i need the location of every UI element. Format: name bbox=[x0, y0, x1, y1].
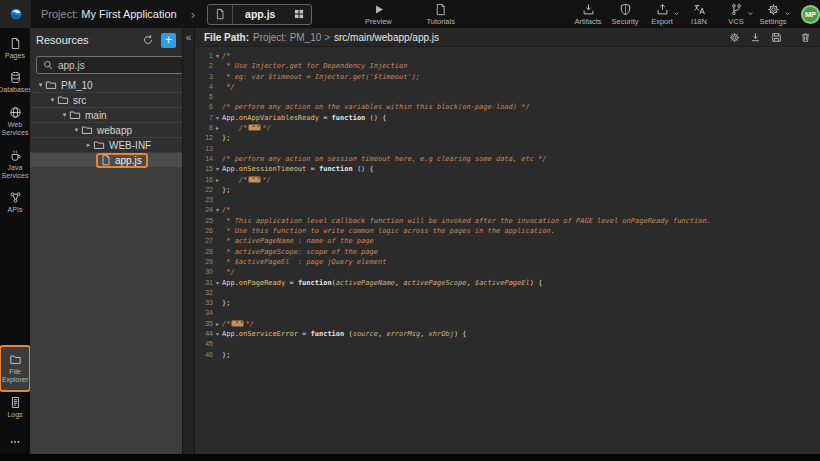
trash-icon[interactable] bbox=[800, 32, 811, 43]
preview-label: Preview bbox=[365, 18, 392, 26]
fold-gutter-spacer bbox=[213, 102, 222, 112]
tree-item-app-js[interactable]: app.js bbox=[30, 153, 182, 168]
tree-collapse-arrow-icon[interactable]: ▸ bbox=[84, 141, 93, 149]
gear-icon[interactable] bbox=[729, 32, 740, 43]
fold-toggle-icon[interactable]: ▾ bbox=[213, 51, 222, 61]
code-text: App.onAppVariablesReady = function () { bbox=[222, 113, 820, 123]
code-area[interactable]: 1▾/*2 * Use Injector.get for Dependency … bbox=[195, 47, 820, 454]
tree-expand-arrow-icon[interactable]: ▾ bbox=[36, 81, 45, 89]
fold-toggle-icon[interactable]: ▸ bbox=[213, 123, 222, 133]
code-text: /**/ bbox=[222, 319, 820, 329]
refresh-icon[interactable] bbox=[142, 34, 154, 46]
save-icon[interactable] bbox=[771, 32, 782, 43]
tree-expand-arrow-icon[interactable]: ▾ bbox=[72, 126, 81, 134]
fold-gutter-spacer bbox=[213, 216, 222, 226]
topbar-action-vcs[interactable]: VCS bbox=[722, 3, 750, 26]
code-token: xhrObj bbox=[429, 330, 454, 338]
resources-search-row bbox=[30, 52, 182, 78]
collapse-panel-icon[interactable]: « bbox=[183, 28, 194, 43]
resources-title: Resources bbox=[36, 34, 135, 46]
code-token: errorMsg bbox=[386, 330, 420, 338]
collapsed-code-marker[interactable] bbox=[248, 124, 261, 131]
preview-button[interactable]: Preview bbox=[364, 3, 392, 26]
topbar-action-artifacts[interactable]: Artifacts bbox=[574, 3, 602, 26]
fold-gutter-spacer bbox=[213, 195, 222, 205]
fold-toggle-icon[interactable]: ▾ bbox=[213, 278, 222, 288]
code-text: * $activePageEl : page jQuery element bbox=[222, 257, 820, 267]
tree-item-pm-10[interactable]: ▾PM_10 bbox=[30, 78, 182, 93]
code-token: , bbox=[466, 279, 474, 287]
line-number: 29 bbox=[195, 257, 213, 267]
topbar-action-export[interactable]: Export bbox=[648, 3, 676, 26]
fold-toggle-icon[interactable]: ▸ bbox=[213, 319, 222, 329]
code-token: onServiceError bbox=[239, 330, 298, 338]
search-input[interactable] bbox=[58, 60, 190, 71]
line-number: 25 bbox=[195, 216, 213, 226]
file-path-value: src/main/webapp/app.js bbox=[334, 32, 439, 43]
code-token: ) { bbox=[454, 330, 467, 338]
download-icon[interactable] bbox=[750, 32, 761, 43]
code-token: , bbox=[395, 279, 403, 287]
grid-menu-icon[interactable] bbox=[287, 5, 311, 24]
fold-toggle-icon[interactable]: ▸ bbox=[213, 175, 222, 185]
tree-item-web-inf[interactable]: ▸WEB-INF bbox=[30, 138, 182, 153]
code-line: 31▾App.onPageReady = function(activePage… bbox=[195, 278, 820, 288]
code-line: 32 bbox=[195, 288, 820, 298]
topbar-action-i18n[interactable]: I18N bbox=[685, 3, 713, 26]
fold-toggle-icon[interactable]: ▾ bbox=[213, 205, 222, 215]
code-line: 45 bbox=[195, 339, 820, 349]
topbar-action-settings[interactable]: Settings bbox=[759, 3, 787, 26]
i18n-translate-icon bbox=[693, 3, 706, 16]
chevron-right-icon: › bbox=[191, 7, 195, 22]
tree-expand-arrow-icon[interactable]: ▾ bbox=[60, 111, 69, 119]
file-path-bar: File Path: Project: PM_10 > src/main/web… bbox=[195, 28, 820, 47]
sidebar-item-java-services[interactable]: Java Services bbox=[1, 143, 29, 186]
topbar-action-security[interactable]: Security bbox=[611, 3, 639, 26]
tree-item-webapp[interactable]: ▾webapp bbox=[30, 123, 182, 138]
tutorials-button[interactable]: Tutorials bbox=[426, 3, 454, 26]
tree-item-main[interactable]: ▾main bbox=[30, 108, 182, 123]
vcs-branch-icon bbox=[730, 3, 743, 16]
code-text bbox=[222, 308, 820, 318]
tree-item-src[interactable]: ▾src bbox=[30, 93, 182, 108]
sidebar-item-web-services[interactable]: Web Services bbox=[1, 100, 29, 143]
code-line: 35▸/**/ bbox=[195, 319, 820, 329]
code-token: * activePageName : name of the page bbox=[222, 237, 374, 245]
fold-toggle-icon[interactable]: ▾ bbox=[213, 164, 222, 174]
panel-collapse-strip[interactable]: « bbox=[182, 28, 195, 454]
tree-item-label: PM_10 bbox=[61, 80, 93, 91]
user-avatar[interactable]: MP bbox=[801, 5, 820, 24]
more-options-button[interactable] bbox=[9, 436, 21, 448]
code-text bbox=[222, 195, 820, 205]
code-token: onAppVariablesReady bbox=[239, 114, 319, 122]
code-token: activePageName bbox=[336, 279, 395, 287]
fold-gutter-spacer bbox=[213, 247, 222, 257]
tree-item-label: app.js bbox=[115, 155, 142, 166]
code-line: 27 * activePageName : name of the page bbox=[195, 236, 820, 246]
line-number: 24 bbox=[195, 205, 213, 215]
fold-gutter-spacer bbox=[213, 339, 222, 349]
collapsed-code-marker[interactable] bbox=[248, 176, 261, 183]
sidebar-item-apis[interactable]: APIs bbox=[1, 185, 29, 219]
search-icon bbox=[42, 59, 54, 71]
tab-appjs[interactable]: app.js bbox=[207, 4, 312, 25]
sidebar-item-file-explorer[interactable]: File Explorer bbox=[1, 347, 29, 390]
annotation-highlight-box: app.js bbox=[96, 153, 148, 168]
collapsed-code-marker[interactable] bbox=[231, 320, 244, 327]
sidebar-item-label: Web Services bbox=[1, 121, 29, 138]
code-text: /* perform any action on the variables w… bbox=[222, 102, 820, 112]
add-resource-button[interactable]: + bbox=[161, 33, 176, 48]
app-logo[interactable] bbox=[0, 0, 31, 28]
sidebar-item-logs[interactable]: Logs bbox=[1, 390, 29, 424]
code-line: 5 bbox=[195, 92, 820, 102]
sidebar-item-label: Pages bbox=[5, 52, 25, 60]
sidebar-item-databases[interactable]: Databases bbox=[1, 65, 29, 99]
fold-toggle-icon[interactable]: ▾ bbox=[213, 113, 222, 123]
fold-gutter-spacer bbox=[213, 61, 222, 71]
fold-toggle-icon[interactable]: ▾ bbox=[213, 329, 222, 339]
sidebar-item-pages[interactable]: Pages bbox=[1, 31, 29, 65]
tree-expand-arrow-icon[interactable]: ▾ bbox=[48, 96, 57, 104]
code-token: /* bbox=[222, 320, 230, 328]
folder-icon bbox=[45, 79, 57, 91]
line-number: 14 bbox=[195, 154, 213, 164]
